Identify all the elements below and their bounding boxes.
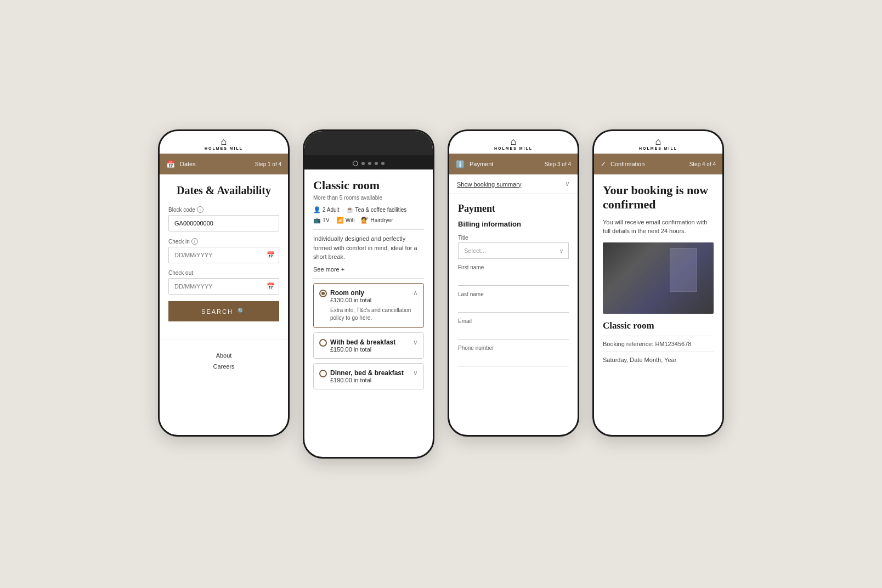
amenity-tv: 📺 TV xyxy=(313,217,330,224)
email-label: Email xyxy=(458,318,569,324)
title-select[interactable]: Select... Mr Mrs Ms Dr xyxy=(458,242,569,259)
adults-icon: 👤 xyxy=(313,206,321,213)
checkin-info-icon[interactable]: i xyxy=(191,238,198,245)
calendar-icon: 📅 xyxy=(166,160,175,168)
coffee-icon: ☕ xyxy=(346,206,354,213)
amenity-wifi-label: Wifi xyxy=(346,217,355,223)
booking-summary-bar: Show booking summary ∨ xyxy=(449,174,578,194)
billing-title: Billing information xyxy=(458,220,569,228)
amenity-wifi: 📶 Wifi xyxy=(336,217,355,224)
payment-title: Payment xyxy=(458,203,569,214)
rate-dbb[interactable]: Dinner, bed & breakfast £190.00 in total… xyxy=(313,363,424,389)
confirm-divider-2 xyxy=(603,352,714,352)
radio-room-only[interactable] xyxy=(319,290,327,297)
careers-link[interactable]: Careers xyxy=(168,361,279,372)
checkin-label: Check in i xyxy=(168,238,279,245)
block-code-info-icon[interactable]: i xyxy=(197,206,203,213)
amenity-tv-label: TV xyxy=(323,217,330,223)
brand-logo-3: ⌂ HOLMES MILL xyxy=(449,131,578,154)
room-title: Classic room xyxy=(313,178,424,193)
dot-1[interactable] xyxy=(353,161,358,166)
brand-icon-1: ⌂ xyxy=(221,137,227,146)
rate-dbb-chevron[interactable]: ∨ xyxy=(413,369,418,377)
step-label-1: Step 1 of 4 xyxy=(255,161,281,167)
confirm-divider-1 xyxy=(603,336,714,336)
checkin-input-wrapper: 📅 xyxy=(168,247,279,263)
summary-chevron-icon[interactable]: ∨ xyxy=(565,180,570,188)
search-button[interactable]: SEARCH 🔍 xyxy=(168,301,279,321)
carousel-dots xyxy=(304,155,433,169)
checkout-input[interactable] xyxy=(168,278,279,295)
header-label-1: Dates xyxy=(180,161,196,167)
room-description: Individually designed and perfectly form… xyxy=(313,234,424,262)
hairdryer-icon: 💇 xyxy=(361,217,369,224)
checkin-field: Check in i 📅 xyxy=(168,238,279,263)
brand-logo-4: ⌂ HOLMES MILL xyxy=(594,131,722,154)
brand-icon-3: ⌂ xyxy=(511,137,517,146)
dot-3[interactable] xyxy=(368,162,371,165)
room-divider-2 xyxy=(313,278,424,279)
show-summary-link[interactable]: Show booking summary xyxy=(457,181,521,188)
rate-room-only-price: £130.00 in total xyxy=(330,297,371,303)
step-label-3: Step 3 of 4 xyxy=(545,161,571,167)
radio-dbb[interactable] xyxy=(319,370,327,377)
brand-logo-1: ⌂ HOLMES MILL xyxy=(160,131,288,154)
rate-room-only-chevron[interactable]: ∧ xyxy=(413,289,418,297)
see-more-link[interactable]: See more + xyxy=(313,266,424,273)
phone-label: Phone number xyxy=(458,345,569,351)
header-left-4: ✓ Confirmation xyxy=(601,160,644,168)
payment-content: Payment Billing information Title Select… xyxy=(449,194,578,381)
search-icon: 🔍 xyxy=(238,308,246,315)
checkin-input[interactable] xyxy=(168,247,279,263)
block-code-input[interactable] xyxy=(168,215,279,231)
room-image-confirmation xyxy=(603,242,714,314)
amenity-hairdryer: 💇 Hairdryer xyxy=(361,217,393,224)
rate-bb-name: With bed & breakfast xyxy=(330,338,395,346)
confirmation-desc: You will receive email confirmation with… xyxy=(603,218,714,236)
header-left-1: 📅 Dates xyxy=(166,160,196,168)
rate-dbb-name: Dinner, bed & breakfast xyxy=(330,369,404,377)
search-label: SEARCH xyxy=(201,308,233,315)
phone-room: Classic room More than 5 rooms available… xyxy=(303,129,434,459)
lastname-field: Last name xyxy=(458,291,569,318)
rate-dbb-price: £190.00 in total xyxy=(330,377,404,383)
rate-bb-chevron[interactable]: ∨ xyxy=(413,338,418,347)
phone-payment: ⌂ HOLMES MILL ℹ️ Payment Step 3 of 4 Sho… xyxy=(448,129,579,437)
dates-content: Dates & Availability Block code i Check … xyxy=(160,174,288,330)
dot-2[interactable] xyxy=(361,162,365,165)
amenity-adults: 👤 2 Adult xyxy=(313,206,340,213)
checkout-input-wrapper: 📅 xyxy=(168,278,279,295)
rate-room-only-info: Room only £130.00 in total xyxy=(330,289,371,303)
header-label-3: Payment xyxy=(470,161,493,167)
dot-5[interactable] xyxy=(381,162,385,165)
brand-name-4: HOLMES MILL xyxy=(639,146,677,150)
title-field: Title Select... Mr Mrs Ms Dr xyxy=(458,235,569,259)
room-content: Classic room More than 5 rooms available… xyxy=(304,169,433,403)
lastname-input[interactable] xyxy=(458,299,569,313)
amenity-coffee-label: Tea & coffee facilities xyxy=(355,207,407,213)
radio-bb[interactable] xyxy=(319,339,327,347)
lastname-label: Last name xyxy=(458,291,569,297)
about-link[interactable]: About xyxy=(168,350,279,361)
rate-room-only-header: Room only £130.00 in total ∧ xyxy=(319,289,418,303)
rate-bb-header: With bed & breakfast £150.00 in total ∨ xyxy=(319,338,418,353)
rate-dbb-left: Dinner, bed & breakfast £190.00 in total xyxy=(319,369,404,383)
confirm-room-title: Classic room xyxy=(603,320,714,331)
phone-input[interactable] xyxy=(458,353,569,366)
rate-bb[interactable]: With bed & breakfast £150.00 in total ∨ xyxy=(313,332,424,359)
dot-4[interactable] xyxy=(375,162,378,165)
info-icon-header: ℹ️ xyxy=(456,160,465,168)
email-input[interactable] xyxy=(458,326,569,340)
phone-dates: ⌂ HOLMES MILL 📅 Dates Step 1 of 4 Dates … xyxy=(158,129,290,437)
rate-dbb-info: Dinner, bed & breakfast £190.00 in total xyxy=(330,369,404,383)
header-left-3: ℹ️ Payment xyxy=(456,160,493,168)
room-availability: More than 5 rooms available xyxy=(313,195,424,201)
rate-room-only[interactable]: Room only £130.00 in total ∧ Extra info,… xyxy=(313,283,424,328)
checkin-calendar-icon: 📅 xyxy=(267,251,275,259)
phone1-footer: About Careers xyxy=(160,339,288,383)
firstname-input[interactable] xyxy=(458,272,569,286)
title-field-label: Title xyxy=(458,235,569,241)
step-label-4: Step 4 of 4 xyxy=(689,161,716,167)
rate-bb-info: With bed & breakfast £150.00 in total xyxy=(330,338,395,353)
checkout-calendar-icon: 📅 xyxy=(267,282,275,291)
